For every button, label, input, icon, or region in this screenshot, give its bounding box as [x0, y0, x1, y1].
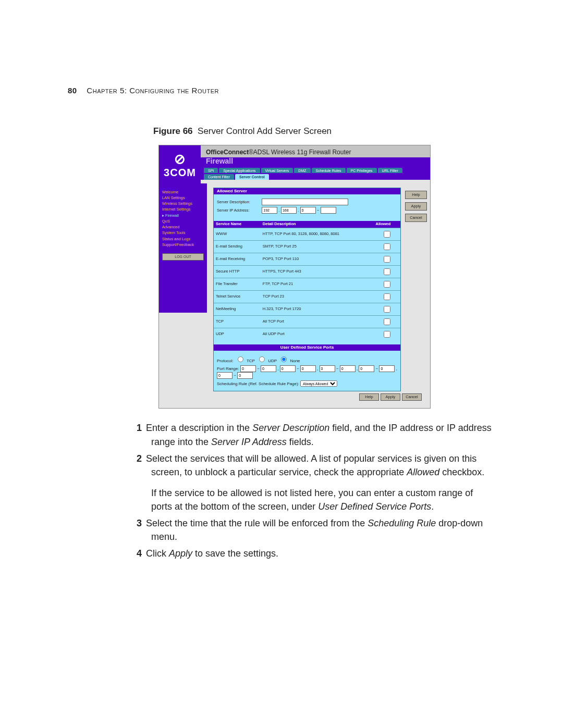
section-title: Firewall — [201, 157, 430, 167]
curl-icon: ⊘ — [159, 152, 201, 167]
tab-special-applications[interactable]: Special Applications — [219, 168, 260, 174]
radio-protocol-udp[interactable] — [259, 356, 265, 362]
table-row: TCPAll TCP Port — [214, 315, 400, 328]
chapter-title: Chapter 5: Configuring the Router — [87, 86, 219, 95]
sidebar-item-status-and-logs[interactable]: Status and Logs — [162, 237, 204, 241]
bottom-cancel-button[interactable]: Cancel — [402, 393, 422, 401]
input-server-description[interactable] — [262, 199, 348, 205]
services-table: Service Name Detail Description Allowed … — [214, 221, 400, 340]
th-allowed: Allowed — [374, 221, 400, 228]
sidebar-item-welcome[interactable]: Welcome — [162, 190, 204, 194]
table-row: Telnet ServiceTCP Port 23 — [214, 290, 400, 303]
cancel-button[interactable]: Cancel — [405, 214, 427, 222]
running-header: 80 Chapter 5: Configuring the Router — [68, 86, 495, 95]
checkbox-allowed[interactable] — [384, 268, 390, 275]
checkbox-allowed[interactable] — [384, 256, 390, 263]
sidebar-item-wireless-settings[interactable]: Wireless Settings — [162, 202, 204, 206]
input-port-3[interactable] — [300, 365, 316, 372]
select-scheduling-rule[interactable]: Always Allowed — [300, 380, 337, 387]
input-port-4[interactable] — [320, 365, 335, 372]
checkbox-allowed[interactable] — [384, 293, 390, 300]
th-service-name: Service Name — [214, 221, 261, 228]
tab-dmz[interactable]: DMZ — [294, 168, 310, 174]
input-port-1[interactable] — [261, 365, 276, 372]
help-button[interactable]: Help — [405, 191, 427, 199]
logo-3com: ⊘ 3COM — [159, 145, 201, 183]
input-ip-3[interactable] — [300, 207, 316, 214]
input-ip-4[interactable] — [321, 207, 336, 214]
input-ip-2[interactable] — [281, 207, 297, 214]
input-port-7[interactable] — [379, 365, 395, 372]
tab-pc-privileges[interactable]: PC Privileges — [347, 168, 377, 174]
panel-title: Allowed Server — [214, 188, 400, 195]
table-row: Secure HTTPHTTPS, TCP Port 443 — [214, 265, 400, 278]
label-server-ip: Server IP Address: — [217, 208, 261, 213]
checkbox-allowed[interactable] — [384, 306, 390, 313]
screenshot-router-admin: ⊘ 3COM OfficeConnect®ADSL Wireless 11g F… — [158, 145, 431, 409]
sidebar-item-internet-settings[interactable]: Internet Settings — [162, 207, 204, 212]
sidebar-item-qos[interactable]: QoS — [162, 219, 204, 224]
logout-button[interactable]: LOG OUT — [162, 253, 204, 261]
tab-url-filter[interactable]: URL Filter — [378, 168, 402, 174]
sidebar-item-firewall[interactable]: ▸ Firewall — [162, 214, 204, 218]
radio-protocol-tcp[interactable] — [237, 356, 244, 362]
page-number: 80 — [68, 86, 77, 95]
input-port-0[interactable] — [240, 365, 256, 372]
tab-content-filter[interactable]: Content Filter — [204, 174, 234, 180]
label-port-range: Port Range: — [217, 366, 239, 371]
label-server-description: Server Description: — [217, 200, 261, 204]
sidebar: WelcomeLAN SettingsWireless SettingsInte… — [159, 183, 207, 313]
figure-caption: Figure 66 Server Control Add Server Scre… — [153, 126, 495, 137]
instruction-list: 1Enter a description in the Server Descr… — [151, 421, 495, 560]
user-defined-ports-title: User Defined Service Ports — [214, 344, 400, 351]
sidebar-item-advanced[interactable]: Advanced — [162, 225, 204, 229]
checkbox-allowed[interactable] — [384, 231, 390, 238]
bottom-apply-button[interactable]: Apply — [381, 393, 400, 401]
table-row: UDPAll UDP Port — [214, 328, 400, 340]
checkbox-allowed[interactable] — [384, 243, 390, 250]
radio-protocol-none[interactable] — [280, 356, 287, 362]
table-row: E-mail SendingSMTP, TCP Port 25 — [214, 240, 400, 253]
table-row: WWWHTTP, TCP Port 80, 3128, 8000, 8080, … — [214, 228, 400, 240]
input-port-8[interactable] — [217, 372, 232, 379]
sidebar-item-system-tools[interactable]: System Tools — [162, 231, 204, 235]
checkbox-allowed[interactable] — [384, 331, 390, 338]
tab-virtual-servers[interactable]: Virtual Servers — [261, 168, 293, 174]
input-port-5[interactable] — [340, 365, 356, 372]
apply-button[interactable]: Apply — [405, 202, 427, 211]
input-port-6[interactable] — [359, 365, 374, 372]
tab-schedule-rules[interactable]: Schedule Rules — [312, 168, 346, 174]
product-title: OfficeConnect®ADSL Wireless 11g Firewall… — [201, 145, 430, 157]
table-row: File TransferFTP, TCP Port 21 — [214, 278, 400, 290]
table-row: NetMeetingH.323, TCP Port 1720 — [214, 303, 400, 315]
th-detail: Detail Description — [261, 221, 374, 228]
tab-server-control[interactable]: Server Control — [235, 174, 269, 180]
input-ip-1[interactable] — [262, 207, 277, 214]
label-protocol: Protocol: — [217, 359, 234, 363]
input-port-9[interactable] — [237, 372, 253, 379]
tab-spi[interactable]: SPI — [204, 168, 218, 174]
label-scheduling-rule: Scheduling Rule (Ref. Schedule Rule Page… — [217, 381, 299, 386]
sidebar-item-lan-settings[interactable]: LAN Settings — [162, 196, 204, 200]
tab-strip: SPISpecial ApplicationsVirtual ServersDM… — [201, 168, 430, 180]
bottom-help-button[interactable]: Help — [359, 393, 379, 401]
checkbox-allowed[interactable] — [384, 281, 390, 288]
sidebar-item-support-feedback[interactable]: Support/Feedback — [162, 243, 204, 247]
table-row: E-mail ReceivingPOP3, TCP Port 110 — [214, 253, 400, 265]
checkbox-allowed[interactable] — [384, 318, 390, 325]
input-port-2[interactable] — [280, 365, 296, 372]
